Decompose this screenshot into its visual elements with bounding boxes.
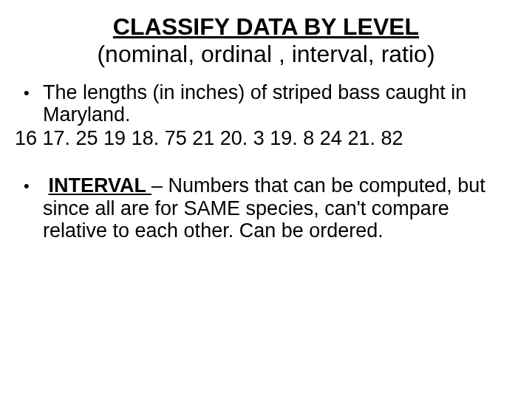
- slide: CLASSIFY DATA BY LEVEL (nominal, ordinal…: [0, 0, 532, 258]
- data-values: 16 17. 25 19 18. 75 21 20. 3 19. 8 24 21…: [15, 127, 511, 149]
- content: • The lengths (in inches) of striped bas…: [21, 81, 511, 242]
- bullet-2-text: INTERVAL – Numbers that can be computed,…: [43, 174, 511, 242]
- bullet-item-1: • The lengths (in inches) of striped bas…: [21, 81, 511, 126]
- bullet-1-text: The lengths (in inches) of striped bass …: [43, 81, 511, 126]
- bullet-item-2: • INTERVAL – Numbers that can be compute…: [21, 174, 511, 242]
- title-line2: (nominal, ordinal , interval, ratio): [21, 41, 511, 68]
- title-block: CLASSIFY DATA BY LEVEL (nominal, ordinal…: [21, 13, 511, 68]
- bullet-dot: •: [21, 81, 43, 126]
- bullet-dot: •: [21, 174, 43, 242]
- answer-label: INTERVAL: [49, 174, 152, 197]
- title-line1: CLASSIFY DATA BY LEVEL: [21, 13, 511, 41]
